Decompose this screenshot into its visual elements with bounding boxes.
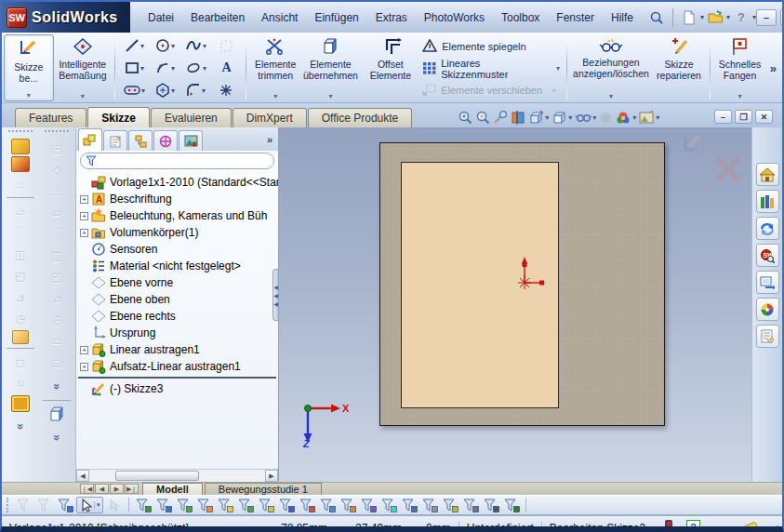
chevron-down-icon[interactable]: ▾	[700, 13, 704, 21]
tab-evaluieren[interactable]: Evaluieren	[151, 108, 232, 127]
minimize-button[interactable]: –	[756, 9, 777, 26]
expand-icon[interactable]: +	[80, 195, 88, 204]
quick-snaps-button[interactable]: Schnelles Fangen ▾	[714, 34, 765, 101]
chevron-down-icon[interactable]: ▾	[726, 13, 730, 21]
arc-tool[interactable]: ▾	[150, 57, 180, 79]
display-delete-relations-button[interactable]: Beziehungen anzeigen/löschen ▾	[571, 34, 651, 101]
filter-dimensions-button[interactable]	[400, 497, 419, 513]
chevron-down-icon[interactable]: ▾	[140, 64, 144, 73]
tree-filter-input[interactable]	[80, 153, 274, 169]
chevron-down-icon[interactable]: ▾	[203, 64, 206, 73]
tab-configurationmanager[interactable]	[128, 130, 153, 151]
file-explorer-button[interactable]	[756, 217, 779, 240]
toggle-selection-filters-button[interactable]	[56, 497, 74, 513]
filter-weld-beads-button[interactable]	[461, 497, 480, 513]
dropdown-caret-icon[interactable]: ▾	[609, 92, 613, 100]
solidworks-search-button[interactable]: SW	[756, 244, 779, 267]
menu-datei[interactable]: Datei	[140, 8, 182, 27]
filter-edges-button[interactable]	[154, 497, 173, 513]
trim-entities-button[interactable]: Elemente trimmen ▾	[250, 34, 301, 101]
tree-item-ursprung[interactable]: Ursprung	[76, 325, 278, 341]
tree-item-aufsatz-linear-austragen1[interactable]: +Aufsatz-Linear austragen1	[76, 358, 278, 375]
apply-scene-icon[interactable]: ▾	[639, 111, 659, 125]
text-tool[interactable]: A	[211, 57, 242, 79]
quick-tips-help-icon[interactable]: ?	[686, 520, 700, 532]
offset-entities-button[interactable]: Offset Elemente	[367, 34, 413, 101]
filter-annotations-button[interactable]	[420, 497, 439, 513]
display-style-icon[interactable]: ▾	[551, 110, 572, 125]
tree-item-beschriftung[interactable]: +ABeschriftung	[76, 191, 278, 207]
tree-item-skizze3[interactable]: (-) Skizze3	[76, 380, 278, 397]
exit-sketch-confirm-icon[interactable]	[681, 133, 709, 163]
tag-icon[interactable]	[743, 521, 760, 532]
help-icon[interactable]: ?	[732, 8, 751, 27]
menu-extras[interactable]: Extras	[367, 8, 416, 27]
resize-grip[interactable]	[768, 523, 779, 532]
design-library-button[interactable]	[756, 190, 779, 213]
filter-axes-button[interactable]	[236, 497, 255, 513]
expand-icon[interactable]: +	[80, 346, 88, 354]
menu-bearbeiten[interactable]: Bearbeiten	[182, 8, 253, 27]
feature-tool-icon[interactable]	[12, 330, 29, 344]
dropdown-caret-icon[interactable]: ▾	[27, 91, 31, 100]
feature-tool-icon[interactable]: ▱	[8, 202, 33, 221]
circle-tool[interactable]: ▾	[150, 34, 180, 57]
tree-item-material-nicht-festgelegt[interactable]: Material <nicht festgelegt>	[76, 258, 278, 274]
filter-notes-button[interactable]	[441, 497, 459, 513]
ellipse-tool[interactable]: ▾	[180, 57, 211, 79]
nav-prev-icon[interactable]: ◀	[95, 484, 109, 494]
view-orientation-icon[interactable]: ▾	[528, 110, 549, 125]
filter-faces-button[interactable]	[175, 497, 193, 513]
filter-surfaces-button[interactable]	[195, 497, 214, 513]
tree-item-beleuchtung-kameras-und-b-h[interactable]: +Beleuchtung, Kameras und Büh	[76, 207, 278, 224]
feature-tool-icon[interactable]: ◷	[8, 309, 33, 328]
tree-item-ebene-oben[interactable]: Ebene oben	[76, 291, 278, 308]
sketch-tool-icon[interactable]: ◫	[45, 246, 69, 265]
graphics-viewport[interactable]: X Z	[279, 127, 751, 482]
fillet-tool[interactable]: ▾	[180, 79, 211, 101]
tree-item-ebene-rechts[interactable]: Ebene rechts	[76, 308, 278, 325]
tab-office-produkte[interactable]: Office Produkte	[308, 108, 413, 127]
sketch-tool-icon[interactable]: ▭	[45, 331, 69, 351]
chevron-down-icon[interactable]: ▾	[141, 86, 145, 95]
chevron-down-icon[interactable]: ▾	[203, 42, 206, 50]
rectangle-tool[interactable]: ▾	[119, 57, 150, 79]
feature-tool-icon[interactable]: ◫	[8, 245, 33, 264]
sketch-tool-icon[interactable]: ◰	[45, 267, 69, 286]
magnifying-glass-icon[interactable]	[493, 110, 508, 125]
tree-item-root[interactable]: Vorlage1x1-2010 (Standard<<Stand	[76, 174, 278, 191]
dropdown-caret-icon[interactable]: ▾	[81, 92, 85, 100]
chevron-down-icon[interactable]: ▾	[592, 113, 596, 122]
toolbar-drag-handle[interactable]	[7, 498, 10, 512]
sketch-tool-icon[interactable]: ⌓	[45, 181, 69, 201]
tab-displaymanager[interactable]	[179, 130, 203, 151]
nav-last-icon[interactable]: ▶❘	[125, 484, 139, 494]
line-tool[interactable]: ▾	[119, 34, 150, 57]
feature-tool-icon[interactable]: ⌓	[8, 174, 33, 193]
chevron-down-icon[interactable]: ▾	[545, 113, 549, 122]
tab-featuremanager[interactable]	[78, 128, 102, 151]
edit-appearance-icon[interactable]: ▾	[616, 111, 636, 125]
filter-centerline-button[interactable]	[379, 497, 398, 513]
tree-item-ebene-vorne[interactable]: Ebene vorne	[76, 274, 278, 291]
spline-tool[interactable]: ▾	[180, 34, 211, 57]
menu-ansicht[interactable]: Ansicht	[253, 8, 306, 27]
filter-blocks-button[interactable]	[502, 497, 521, 513]
filter-center-marks-button[interactable]	[359, 497, 378, 513]
doc-restore-button[interactable]: ❒	[735, 110, 752, 124]
panel-tabs-overflow[interactable]: »	[263, 134, 276, 145]
filter-datums-button[interactable]	[482, 497, 500, 513]
toolbar-drag-handle[interactable]	[45, 130, 69, 135]
expand-icon[interactable]: +	[80, 229, 88, 237]
mirror-entities-button[interactable]: Elemente spiegeln	[419, 38, 563, 55]
hide-show-items-icon[interactable]: ▾	[575, 111, 596, 124]
tree-horizontal-scrollbar[interactable]: ◀ ▶	[76, 469, 278, 482]
toolbar-overflow-chevron-icon[interactable]: »	[47, 375, 67, 399]
scrollbar-thumb[interactable]	[115, 471, 199, 481]
scroll-left-arrow[interactable]: ◀	[76, 470, 89, 482]
dropdown-caret-icon[interactable]: ▾	[556, 64, 560, 73]
view-palette-button[interactable]	[756, 271, 779, 294]
feature-tool-icon[interactable]	[11, 139, 30, 154]
chevron-down-icon[interactable]: ▾	[140, 42, 144, 50]
repair-sketch-button[interactable]: Skizze reparieren	[652, 34, 706, 101]
